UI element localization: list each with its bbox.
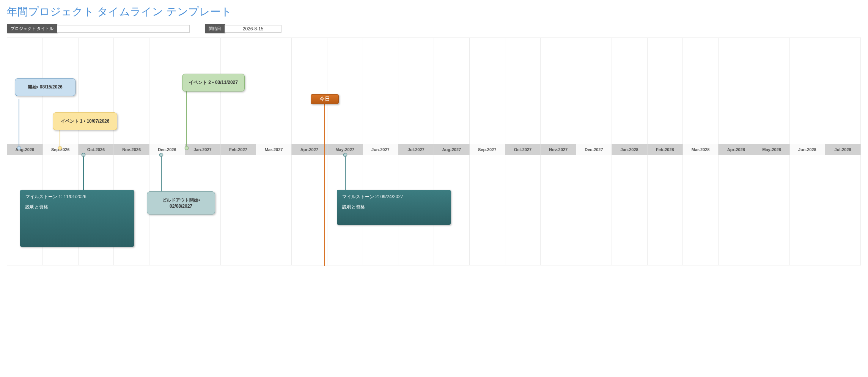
month-cell: Feb-2027 bbox=[221, 144, 256, 155]
milestone-marker bbox=[343, 153, 347, 157]
start-date-input[interactable] bbox=[225, 25, 281, 33]
today-marker[interactable]: 今日 bbox=[311, 94, 339, 104]
month-cell: Jan-2027 bbox=[185, 144, 221, 155]
event-marker bbox=[159, 153, 163, 157]
project-title-input[interactable] bbox=[57, 25, 190, 33]
event-marker bbox=[185, 146, 189, 150]
today-label: 今日 bbox=[319, 96, 330, 103]
header-row: プロジェクト タイトル 開始日 bbox=[7, 24, 861, 33]
month-cell: Nov-2027 bbox=[541, 144, 576, 155]
month-cell: Jun-2028 bbox=[790, 144, 826, 155]
month-cell: Dec-2026 bbox=[149, 144, 185, 155]
event-1-label: イベント 1 • 10/07/2026 bbox=[61, 118, 110, 124]
milestone-1-desc: 説明と資格 bbox=[25, 204, 129, 210]
connector-line bbox=[83, 155, 84, 191]
milestone-2-desc: 説明と資格 bbox=[342, 204, 445, 210]
event-start-callout[interactable]: 開始• 08/15/2026 bbox=[15, 78, 75, 96]
buildout-label: ビルドアウト開始• 02/08/2027 bbox=[162, 197, 200, 209]
connector-line bbox=[186, 91, 187, 148]
buildout-callout[interactable]: ビルドアウト開始• 02/08/2027 bbox=[147, 191, 215, 215]
milestone-1-title: マイルストーン 1: 11/01/2026 bbox=[25, 194, 129, 200]
event-start-label: 開始• 08/15/2026 bbox=[28, 84, 63, 90]
month-cell: Aug-2027 bbox=[434, 144, 470, 155]
month-cell: Dec-2027 bbox=[576, 144, 612, 155]
month-cell: Jun-2027 bbox=[363, 144, 399, 155]
month-cell: Jul-2028 bbox=[825, 144, 861, 155]
month-cell: Jan-2028 bbox=[612, 144, 648, 155]
milestone-marker bbox=[82, 153, 85, 157]
month-cell: Aug-2026 bbox=[7, 144, 43, 155]
month-cell: Mar-2028 bbox=[683, 144, 719, 155]
today-line bbox=[324, 103, 325, 266]
start-date-label: 開始日 bbox=[205, 24, 225, 33]
milestone-2-title: マイルストーン 2: 09/24/2027 bbox=[342, 194, 445, 200]
milestone-2[interactable]: マイルストーン 2: 09/24/2027 説明と資格 bbox=[337, 190, 451, 225]
month-cell: May-2028 bbox=[754, 144, 790, 155]
connector-line bbox=[60, 130, 60, 148]
event-2-label: イベント 2 • 03/11/2027 bbox=[189, 80, 238, 85]
month-cell: Sep-2027 bbox=[470, 144, 505, 155]
connector-line bbox=[161, 155, 162, 193]
connector-line bbox=[345, 155, 346, 191]
milestone-1[interactable]: マイルストーン 1: 11/01/2026 説明と資格 bbox=[20, 190, 134, 247]
event-2-callout[interactable]: イベント 2 • 03/11/2027 bbox=[182, 74, 245, 91]
event-1-callout[interactable]: イベント 1 • 10/07/2026 bbox=[53, 112, 117, 130]
event-marker bbox=[58, 146, 62, 150]
month-cell: Oct-2027 bbox=[505, 144, 541, 155]
month-axis: Aug-2026Sep-2026Oct-2026Nov-2026Dec-2026… bbox=[7, 144, 861, 155]
month-cell: Nov-2026 bbox=[114, 144, 149, 155]
month-cell: Apr-2027 bbox=[292, 144, 327, 155]
event-marker bbox=[17, 146, 21, 150]
page-title: 年間プロジェクト タイムライン テンプレート bbox=[7, 5, 861, 19]
month-cell: Apr-2028 bbox=[719, 144, 754, 155]
project-title-label: プロジェクト タイトル bbox=[7, 24, 57, 33]
month-cell: Mar-2027 bbox=[256, 144, 292, 155]
month-cell: Jul-2027 bbox=[398, 144, 434, 155]
connector-line bbox=[19, 99, 19, 148]
month-cell: Feb-2028 bbox=[648, 144, 683, 155]
timeline-chart: Aug-2026Sep-2026Oct-2026Nov-2026Dec-2026… bbox=[7, 38, 861, 265]
